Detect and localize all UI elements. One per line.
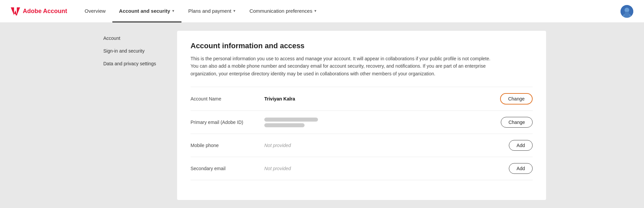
row-action-account-name: Change	[500, 93, 533, 105]
sidebar-item-data-privacy[interactable]: Data and privacy settings	[98, 58, 172, 70]
page-title: Account information and access	[191, 42, 533, 50]
add-mobile-phone-button[interactable]: Add	[509, 140, 533, 151]
adobe-icon	[11, 7, 20, 15]
nav-label-account-security: Account and security	[119, 8, 170, 14]
row-value-mobile-phone: Not provided	[264, 143, 509, 148]
table-row: Secondary email Not provided Add	[191, 157, 533, 180]
nav-label-overview: Overview	[85, 8, 106, 14]
sidebar-label-data-privacy: Data and privacy settings	[103, 61, 156, 66]
add-secondary-email-button[interactable]: Add	[509, 163, 533, 174]
table-row: Primary email (Adobe ID) Change	[191, 111, 533, 134]
row-label-primary-email: Primary email (Adobe ID)	[191, 120, 264, 125]
nav-label-plans-payment: Plans and payment	[188, 8, 231, 14]
top-navigation: Adobe Account Overview Account and secur…	[0, 0, 644, 23]
nav-item-communication[interactable]: Communication preferences ▼	[243, 0, 324, 22]
nav-items: Overview Account and security ▼ Plans an…	[78, 0, 621, 22]
change-account-name-button[interactable]: Change	[500, 93, 533, 105]
avatar-svg	[621, 5, 633, 18]
sidebar: Account Sign-in and security Data and pr…	[98, 31, 172, 200]
row-action-secondary-email: Add	[509, 163, 533, 174]
content-description: This is the personal information you use…	[191, 55, 492, 77]
table-row: Account Name Triviyan Kalra Change	[191, 87, 533, 111]
logo-text: Adobe Account	[23, 8, 67, 15]
blurred-email-line-1	[264, 118, 318, 122]
table-row: Mobile phone Not provided Add	[191, 134, 533, 157]
avatar[interactable]	[621, 5, 633, 18]
row-action-mobile-phone: Add	[509, 140, 533, 151]
sidebar-label-account: Account	[103, 36, 120, 41]
row-action-primary-email: Change	[501, 117, 533, 128]
chevron-down-icon: ▼	[233, 9, 236, 13]
avatar-image	[621, 5, 633, 18]
content-area: Account information and access This is t…	[177, 31, 546, 200]
nav-label-communication: Communication preferences	[250, 8, 313, 14]
sidebar-label-sign-in-security: Sign-in and security	[103, 48, 145, 54]
row-value-secondary-email: Not provided	[264, 166, 509, 171]
sidebar-item-account[interactable]: Account	[98, 32, 172, 44]
row-value-account-name: Triviyan Kalra	[264, 96, 500, 101]
row-label-secondary-email: Secondary email	[191, 166, 264, 171]
main-area: Account Sign-in and security Data and pr…	[87, 23, 557, 208]
info-table: Account Name Triviyan Kalra Change Prima…	[191, 87, 533, 180]
row-label-account-name: Account Name	[191, 96, 264, 101]
nav-right	[621, 5, 633, 18]
blurred-email-line-2	[264, 123, 305, 127]
row-value-primary-email	[264, 118, 501, 127]
nav-item-overview[interactable]: Overview	[78, 0, 112, 22]
adobe-logo[interactable]: Adobe Account	[11, 7, 67, 15]
chevron-down-icon: ▼	[171, 9, 175, 13]
row-label-mobile-phone: Mobile phone	[191, 143, 264, 148]
svg-point-1	[625, 8, 629, 12]
nav-item-plans-payment[interactable]: Plans and payment ▼	[181, 0, 243, 22]
sidebar-item-sign-in-security[interactable]: Sign-in and security	[98, 45, 172, 57]
chevron-down-icon: ▼	[314, 9, 317, 13]
change-primary-email-button[interactable]: Change	[501, 117, 533, 128]
nav-item-account-security[interactable]: Account and security ▼	[112, 0, 181, 22]
